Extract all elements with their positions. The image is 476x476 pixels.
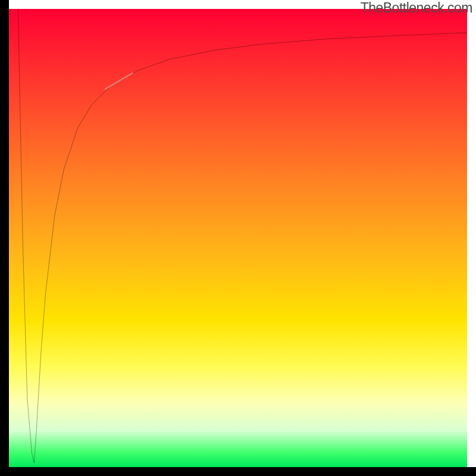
chart-svg [9,9,467,467]
marker-highlight [105,73,133,89]
main-curve [34,33,467,462]
spike-line [18,9,34,462]
y-axis [0,0,9,476]
attribution-watermark: TheBottleneck.com [361,0,472,16]
x-axis [0,467,476,476]
chart-container: TheBottleneck.com [0,0,476,476]
